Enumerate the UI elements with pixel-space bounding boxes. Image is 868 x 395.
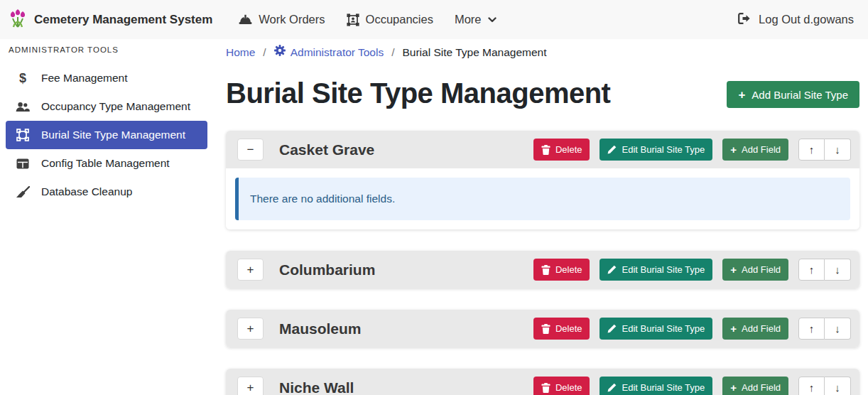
occupancy-frame-icon [347,13,359,26]
card-header: + Niche Wall Delete [226,369,859,395]
delete-button[interactable]: Delete [533,377,590,395]
logout-button[interactable]: Log Out d.gowans [738,13,854,27]
edit-burial-site-type-button[interactable]: Edit Burial Site Type [600,318,712,340]
title-row: Burial Site Type Management + Add Burial… [226,77,859,109]
pencil-icon [607,145,617,154]
card-actions: Delete Edit Burial Site Type + [533,377,851,395]
burial-site-type-card-niche-wall: + Niche Wall Delete [226,369,859,395]
app-title: Cemetery Management System [34,13,212,27]
collapse-toggle-button[interactable]: − [237,139,264,161]
reorder-button-group: ↑ ↓ [798,377,851,395]
breadcrumb-home-link[interactable]: Home [226,45,255,60]
edit-label: Edit Burial Site Type [622,144,705,155]
breadcrumb: Home / Administrator Tool [226,45,859,60]
breadcrumb-separator: / [391,45,394,60]
navbar-links: Work Orders Occupancies More [228,0,506,39]
delete-label: Delete [555,264,582,275]
card-title: Niche Wall [279,379,354,395]
add-field-button[interactable]: + Add Field [722,259,788,281]
users-icon [14,102,31,112]
sidebar-item-label: Config Table Management [41,157,170,170]
sidebar-item-label: Burial Site Type Management [41,129,185,141]
pencil-icon [607,324,617,333]
delete-button[interactable]: Delete [533,318,590,340]
sidebar: ADMINISTRATOR TOOLS $ Fee Management Occ… [0,39,213,395]
delete-button[interactable]: Delete [533,139,590,161]
card-actions: Delete Edit Burial Site Type + [533,318,851,340]
edit-burial-site-type-button[interactable]: Edit Burial Site Type [600,377,712,395]
add-field-label: Add Field [742,264,781,275]
expand-toggle-button[interactable]: + [237,318,264,340]
page-title: Burial Site Type Management [226,77,610,109]
move-down-button[interactable]: ↓ [825,377,851,395]
no-additional-fields-alert: There are no additional fields. [235,178,850,220]
move-down-button[interactable]: ↓ [825,318,851,340]
edit-label: Edit Burial Site Type [622,323,705,334]
breadcrumb-current: Burial Site Type Management [403,45,547,60]
card-title: Casket Grave [279,141,374,158]
delete-button[interactable]: Delete [533,259,590,281]
edit-burial-site-type-button[interactable]: Edit Burial Site Type [600,259,712,281]
card-body: There are no additional fields. [226,168,859,229]
breadcrumb-separator: / [263,45,266,60]
gear-icon [274,45,286,60]
nav-link-label: More [455,13,482,26]
move-up-button[interactable]: ↑ [798,259,825,281]
top-navbar: Cemetery Management System Work Orders [0,0,868,39]
sidebar-item-label: Fee Management [41,72,128,85]
sidebar-item-burial-site-type-management[interactable]: Burial Site Type Management [6,121,207,149]
add-field-button[interactable]: + Add Field [722,318,788,340]
pencil-icon [607,265,617,274]
main-content: Home / Administrator Tool [213,39,868,395]
trash-icon [541,265,550,275]
card-header: − Casket Grave Delete [226,131,859,168]
pencil-icon [607,383,617,392]
table-icon [14,158,31,169]
reorder-button-group: ↑ ↓ [798,139,851,161]
logout-icon [738,13,752,27]
expand-toggle-button[interactable]: + [237,377,264,395]
add-burial-site-type-label: Add Burial Site Type [752,89,848,101]
sidebar-item-label: Database Cleanup [41,185,132,198]
page-layout: ADMINISTRATOR TOOLS $ Fee Management Occ… [0,39,868,395]
plus-icon: + [730,323,737,334]
reorder-button-group: ↑ ↓ [798,318,851,340]
plus-icon: + [730,144,737,155]
burial-site-type-card-columbarium: + Columbarium Delete [226,251,859,288]
move-up-button[interactable]: ↑ [798,139,825,161]
delete-label: Delete [555,144,582,155]
add-field-label: Add Field [742,382,781,393]
card-title: Mausoleum [279,320,362,337]
move-down-button[interactable]: ↓ [825,259,851,281]
breadcrumb-admin-tools-link[interactable]: Administrator Tools [274,45,384,60]
plus-icon: + [738,89,745,101]
sidebar-item-database-cleanup[interactable]: Database Cleanup [6,178,207,206]
nav-link-label: Work Orders [259,13,325,26]
chevron-down-icon [488,17,497,23]
sidebar-item-fee-management[interactable]: $ Fee Management [6,64,207,92]
sidebar-item-config-table-management[interactable]: Config Table Management [6,149,207,178]
sidebar-item-occupancy-type-management[interactable]: Occupancy Type Management [6,92,207,121]
edit-label: Edit Burial Site Type [622,382,705,393]
add-burial-site-type-button[interactable]: + Add Burial Site Type [727,81,859,108]
hard-hat-icon [239,14,252,26]
vector-square-icon [14,129,31,141]
burial-site-type-card-mausoleum: + Mausoleum Delete [226,310,859,347]
card-actions: Delete Edit Burial Site Type + [533,139,851,161]
nav-occupancies[interactable]: Occupancies [336,0,444,39]
move-up-button[interactable]: ↑ [798,377,825,395]
move-down-button[interactable]: ↓ [825,139,851,161]
nav-link-label: Occupancies [366,13,433,26]
brand[interactable]: Cemetery Management System [9,9,212,31]
nav-more[interactable]: More [444,0,507,39]
edit-burial-site-type-button[interactable]: Edit Burial Site Type [600,139,712,161]
expand-toggle-button[interactable]: + [237,259,264,281]
broom-icon [14,186,31,198]
card-header: + Columbarium Delete [226,251,859,288]
add-field-button[interactable]: + Add Field [722,377,788,395]
nav-work-orders[interactable]: Work Orders [228,0,335,39]
trash-icon [541,324,550,334]
move-up-button[interactable]: ↑ [798,318,825,340]
add-field-button[interactable]: + Add Field [722,139,788,161]
edit-label: Edit Burial Site Type [622,264,705,275]
